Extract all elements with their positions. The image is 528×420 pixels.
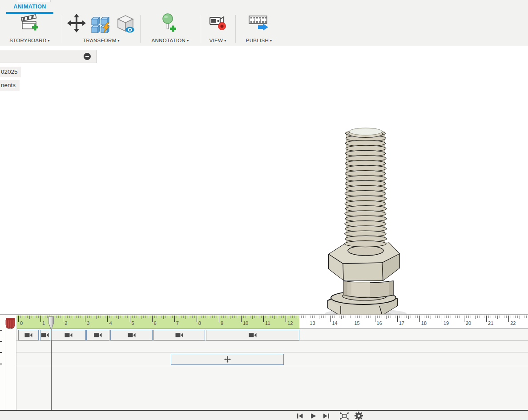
playhead-line — [51, 329, 52, 410]
camera-shot-clip[interactable] — [86, 330, 109, 340]
ruler-tick — [239, 316, 239, 318]
ruler-tick — [419, 316, 420, 322]
components-action-icon[interactable] — [90, 13, 111, 33]
ruler-tick — [424, 316, 424, 318]
ruler-tick — [477, 316, 478, 318]
view-dropdown[interactable]: VIEW▾ — [200, 38, 235, 43]
export-video-icon[interactable] — [247, 13, 270, 33]
camera-shot-clip[interactable] — [110, 330, 153, 340]
ruler-tick — [495, 316, 496, 318]
ruler-tick-label: 5 — [132, 320, 134, 326]
ruler-tick — [89, 316, 90, 318]
browser-item-components[interactable]: nents — [0, 80, 20, 91]
ruler-tick — [137, 316, 137, 318]
ribbon-toolbar: ANIMATION STORYBOARD▾ — [0, 0, 528, 46]
ruler-tick — [43, 316, 43, 318]
ruler-tick — [252, 316, 253, 319]
ruler-tick — [382, 316, 382, 318]
skip-to-start-button[interactable] — [296, 412, 304, 420]
camera-icon — [94, 332, 102, 338]
ruler-tick-label: 9 — [221, 320, 223, 326]
ruler-tick — [437, 316, 438, 318]
camera-shot-clip[interactable] — [51, 330, 86, 340]
bolt-model — [316, 123, 410, 322]
ruler-tick — [395, 316, 395, 318]
ruler-tick — [422, 316, 422, 318]
camera-icon — [175, 332, 183, 338]
3d-viewport[interactable] — [0, 46, 528, 314]
ruler-tick — [366, 316, 367, 318]
ruler-tick — [212, 316, 213, 318]
ruler-tick — [201, 316, 202, 318]
transform-action-clip[interactable] — [171, 354, 284, 365]
camera-shot-clip[interactable] — [40, 330, 51, 340]
ruler-tick — [399, 316, 400, 318]
ruler-tick — [484, 316, 484, 318]
ruler-tick — [63, 316, 63, 322]
ruler-tick — [192, 316, 193, 318]
settings-button[interactable] — [355, 412, 363, 420]
camera-shot-clip[interactable] — [18, 330, 39, 340]
annotation-dropdown[interactable]: ANNOTATION▾ — [141, 38, 200, 43]
red-curtain-storyboard-icon — [5, 317, 15, 329]
ruler-tick — [444, 316, 444, 318]
ruler-tick — [203, 316, 204, 318]
ruler-tick — [210, 316, 210, 318]
ruler-tick — [38, 316, 39, 318]
ruler-tick — [67, 316, 68, 318]
ruler-tick — [217, 316, 217, 318]
storyboard-label: STORYBOARD — [9, 38, 46, 43]
ruler-tick — [72, 316, 72, 318]
ruler-tick — [290, 316, 290, 318]
bolt-threads — [344, 130, 387, 247]
fit-timeline-button[interactable] — [340, 412, 349, 420]
clapperboard-add-icon[interactable] — [20, 13, 40, 34]
browser-item-document[interactable]: 02025 — [0, 67, 21, 77]
callout-add-icon[interactable] — [161, 13, 180, 34]
ruler-tick — [190, 316, 190, 318]
ruler-tick-label: 14 — [332, 320, 337, 326]
row-marker — [0, 364, 2, 364]
ruler-tick — [332, 316, 333, 318]
ruler-tick — [355, 316, 355, 318]
ruler-tick-label: 17 — [399, 320, 404, 326]
ruler-tick — [428, 316, 429, 318]
transform-dropdown[interactable]: TRANSFORM▾ — [62, 38, 140, 43]
ruler-tick — [411, 316, 411, 318]
ruler-tick — [36, 316, 36, 318]
publish-label: PUBLISH — [246, 38, 269, 43]
ruler-tick — [65, 316, 65, 318]
ruler-tick — [188, 316, 188, 318]
ruler-tick — [455, 316, 455, 318]
publish-dropdown[interactable]: PUBLISH▾ — [236, 38, 282, 43]
ruler-tick — [353, 316, 353, 322]
ruler-tick — [206, 316, 206, 318]
minus-circle-icon[interactable] — [84, 53, 91, 60]
ruler-tick-label: 1 — [42, 320, 45, 326]
ruler-tick — [219, 316, 219, 322]
ruler-tick — [143, 316, 144, 318]
skip-to-end-button[interactable] — [322, 412, 330, 420]
ruler-tick — [194, 316, 195, 318]
timeline-ruler[interactable]: 012345678910111213141516171819202122 — [17, 316, 528, 329]
ruler-tick — [408, 316, 409, 319]
ruler-tick — [362, 316, 362, 318]
ruler-tick — [34, 316, 34, 318]
storyboard-dropdown[interactable]: STORYBOARD▾ — [0, 38, 59, 43]
ruler-tick — [96, 316, 97, 319]
cube-visibility-icon[interactable] — [115, 13, 136, 34]
move-arrows-icon[interactable] — [67, 13, 86, 33]
play-button[interactable] — [310, 412, 317, 420]
ruler-tick — [228, 316, 228, 318]
ruler-tick — [515, 316, 516, 318]
camera-shot-clip[interactable] — [153, 330, 205, 340]
ruler-tick — [413, 316, 413, 318]
ruler-tick — [27, 316, 28, 318]
ruler-tick — [214, 316, 215, 318]
camera-record-icon[interactable] — [208, 13, 228, 33]
camera-shot-clip[interactable] — [206, 330, 299, 340]
playhead-marker[interactable] — [48, 316, 54, 331]
ruler-tick — [139, 316, 139, 318]
ruler-tick — [161, 316, 161, 318]
ruler-tick — [375, 316, 375, 322]
